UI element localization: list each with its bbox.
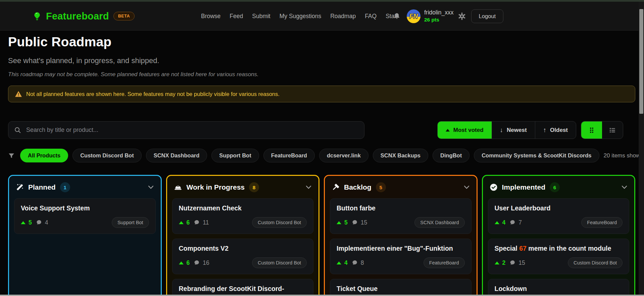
filter-chip-custom-discord-bot[interactable]: Custom Discord Bot [72, 149, 142, 162]
upvote-triangle-icon[interactable] [495, 261, 499, 264]
list-view-button[interactable] [602, 121, 623, 139]
filter-chip-featureboard[interactable]: FeatureBoard [263, 149, 315, 162]
column-header-work-in-progress[interactable]: Work in Progress8 [167, 176, 319, 198]
comment-count: 15 [518, 259, 525, 266]
warning-text: Not all planned features are shown here.… [26, 91, 280, 97]
chevron-down-icon[interactable] [621, 185, 628, 190]
nav-link-roadmap[interactable]: Roadmap [330, 13, 356, 20]
vertical-scrollbar[interactable] [639, 2, 644, 296]
column-header-implemented[interactable]: Implemented6 [483, 176, 635, 198]
brand-name: Featureboard [46, 11, 109, 22]
lightbulb-icon [33, 12, 42, 21]
column-header-backlog[interactable]: Backlog5 [325, 176, 477, 198]
page-note: This roadmap may not be complete. Some p… [8, 71, 635, 78]
vertical-scrollbar-thumb[interactable] [639, 9, 643, 114]
filter-chip-scnx-dashboard[interactable]: SCNX Dashboard [146, 149, 207, 162]
sort-option-newest[interactable]: ↓Newest [492, 121, 535, 139]
vote-count: 2 [502, 259, 506, 266]
upvote-triangle-icon[interactable] [21, 221, 26, 224]
card-meta: 215Custom Discord Bot [495, 257, 623, 268]
upvote-triangle-icon[interactable] [337, 261, 341, 264]
username: fridolin_xxx [424, 9, 454, 16]
logout-button[interactable]: Logout [471, 9, 503, 23]
chevron-down-icon[interactable] [305, 185, 312, 190]
card-button-farbe[interactable]: Button farbe515SCNX Dashboard [330, 198, 472, 234]
filter-chip-dcserver-link[interactable]: dcserver.link [319, 149, 368, 162]
comment-icon [194, 219, 200, 226]
card-title: Nutzernamen Check [179, 204, 307, 212]
column-title: Work in Progress [187, 183, 245, 191]
card-voice-support-system[interactable]: Voice Support System54Support Bot [14, 198, 156, 234]
warning-banner: Not all planned features are shown here.… [8, 86, 635, 102]
search-input[interactable] [26, 126, 358, 134]
card-list: User Leaderboard47FeatureBoardSpecial 67… [483, 198, 635, 296]
funnel-icon [8, 152, 15, 159]
card-ticket-queue[interactable]: Ticket Queue [330, 279, 472, 296]
comment-icon [194, 260, 200, 266]
window-top-edge [0, 0, 644, 2]
sort-option-label: Oldest [550, 127, 568, 134]
gear-icon[interactable] [458, 12, 466, 20]
nav-link-browse[interactable]: Browse [201, 13, 220, 20]
vote-count: 6 [187, 219, 190, 226]
card-rebranding-der-scootkit-discord[interactable]: Rebranding der ScootKit Discord- [172, 279, 314, 296]
upvote-triangle-icon[interactable] [179, 261, 184, 264]
page-subtitle: See what's planned, in progress, and shi… [8, 56, 635, 65]
hammer-icon [332, 183, 340, 191]
nav-link-submit[interactable]: Submit [252, 13, 270, 20]
card-meta: 47FeatureBoard [495, 217, 623, 228]
column-count-badge: 1 [60, 182, 70, 192]
controls-row: Most voted↓Newest↑Oldest [8, 121, 635, 139]
grid-view-button[interactable] [581, 121, 602, 139]
nav-link-faq[interactable]: FAQ [365, 13, 377, 20]
wand-sparkles-icon [16, 183, 24, 191]
card-implementieren-einer-bug-funktion[interactable]: Implementieren einer "Bug"-Funktion48Fea… [330, 239, 472, 274]
arrow-up-icon: ↑ [543, 127, 547, 134]
filter-chip-community-systems-scootkit-discords[interactable]: Community Systems & ScootKit Discords [474, 149, 599, 162]
sort-option-oldest[interactable]: ↑Oldest [535, 121, 576, 139]
card-title: Implementieren einer "Bug"-Funktion [337, 245, 465, 252]
filter-chip-dingbot[interactable]: DingBot [433, 149, 469, 162]
vote-count: 5 [344, 219, 348, 226]
bell-icon[interactable] [393, 12, 400, 20]
product-pill: SCNX Dashboard [414, 217, 464, 228]
product-pill: Support Bot [112, 217, 149, 228]
filter-chip-scnx-backups[interactable]: SCNX Backups [373, 149, 428, 162]
sort-option-label: Newest [507, 127, 527, 134]
filters-row: All ProductsCustom Discord BotSCNX Dashb… [8, 149, 635, 162]
card-user-leaderboard[interactable]: User Leaderboard47FeatureBoard [488, 198, 630, 234]
upvote-triangle-icon[interactable] [179, 221, 184, 224]
column-work-in-progress: Work in Progress8Nutzernamen Check611Cus… [166, 175, 320, 296]
nav-links: BrowseFeedSubmitMy SuggestionsRoadmapFAQ… [201, 2, 398, 31]
comment-count: 8 [361, 259, 364, 266]
chevron-down-icon[interactable] [148, 185, 154, 190]
filter-chip-all-products[interactable]: All Products [20, 149, 68, 162]
card-lockdown[interactable]: Lockdown [488, 279, 630, 296]
card-meta: 611Custom Discord Bot [179, 217, 307, 228]
upvote-triangle-icon[interactable] [337, 221, 341, 224]
sort-group: Most voted↓Newest↑Oldest [437, 121, 576, 139]
nav-link-feed[interactable]: Feed [230, 13, 243, 20]
column-backlog: Backlog5Button farbe515SCNX DashboardImp… [324, 175, 478, 296]
vote-count: 5 [29, 219, 32, 226]
card-components-v2[interactable]: Components V2616Custom Discord Bot [172, 239, 314, 274]
filter-chip-support-bot[interactable]: Support Bot [211, 149, 259, 162]
comment-count: 15 [361, 219, 367, 226]
card-title: Rebranding der ScootKit Discord- [179, 285, 307, 293]
card-special-67-meme-in-the-count-module[interactable]: Special 67 meme in the count module215Cu… [488, 239, 630, 274]
brand[interactable]: Featureboard BETA [33, 2, 135, 31]
upvote-triangle-icon[interactable] [495, 221, 499, 224]
card-title: Button farbe [337, 204, 465, 212]
column-header-planned[interactable]: Planned1 [9, 176, 161, 198]
hard-hat-icon [174, 183, 182, 191]
chevron-down-icon[interactable] [463, 185, 470, 190]
nav-link-my-suggestions[interactable]: My Suggestions [280, 13, 321, 20]
column-count-badge: 6 [550, 182, 560, 192]
horizontal-scrollbar[interactable] [0, 295, 644, 296]
card-nutzernamen-check[interactable]: Nutzernamen Check611Custom Discord Bot [172, 198, 314, 234]
comment-icon [509, 260, 516, 266]
product-pill: Custom Discord Bot [252, 217, 307, 228]
avatar[interactable]: FN [407, 9, 420, 23]
sort-option-most-voted[interactable]: Most voted [438, 121, 492, 139]
comment-icon [509, 219, 516, 226]
